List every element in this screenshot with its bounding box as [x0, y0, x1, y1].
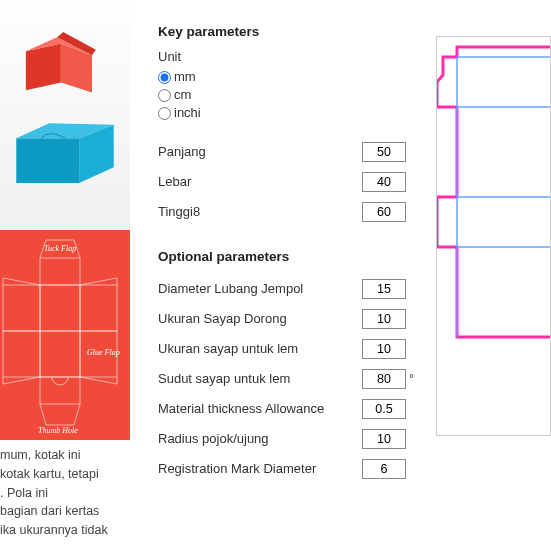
param-tinggi: Tinggi8	[158, 197, 418, 227]
panjang-label: Panjang	[158, 144, 362, 159]
param-mat-thick: Material thickness Allowance	[158, 394, 418, 424]
param-reg-mark: Registration Mark Diameter	[158, 454, 418, 484]
box-photo	[0, 0, 130, 230]
lebar-label: Lebar	[158, 174, 362, 189]
param-sayap-lem: Ukuran sayap untuk lem	[158, 334, 418, 364]
thumb-hole-label: Thumb Hole	[38, 426, 78, 435]
red-box-illustration	[18, 28, 96, 98]
unit-radio-mm-input[interactable]	[158, 71, 171, 84]
desc-line: kotak kartu, tetapi	[0, 465, 130, 484]
desc-line: ika ukurannya tidak	[0, 521, 130, 540]
desc-line: bagian dari kertas	[0, 502, 130, 521]
dieline-svg	[0, 230, 130, 440]
opt-params-title: Optional parameters	[158, 249, 418, 264]
sudut-lem-suffix: °	[406, 372, 418, 386]
mat-thick-input[interactable]	[362, 399, 406, 419]
dia-jempol-input[interactable]	[362, 279, 406, 299]
svg-rect-9	[3, 285, 40, 331]
param-radius-pojok: Radius pojok/ujung	[158, 424, 418, 454]
svg-rect-10	[80, 285, 117, 331]
sudut-lem-label: Sudut sayap untuk lem	[158, 371, 362, 386]
svg-marker-0	[26, 44, 61, 91]
svg-rect-14	[40, 377, 80, 404]
svg-rect-7	[40, 285, 80, 331]
desc-line: . Pola ini	[0, 484, 130, 503]
reg-mark-input[interactable]	[362, 459, 406, 479]
blue-box-illustration	[10, 110, 120, 190]
mat-thick-label: Material thickness Allowance	[158, 401, 362, 416]
unit-label: Unit	[158, 49, 418, 64]
dieline-preview-svg	[437, 37, 551, 436]
key-params-title: Key parameters	[158, 24, 418, 39]
unit-block: Unit mm cm inchi	[158, 49, 418, 123]
radius-pojok-input[interactable]	[362, 429, 406, 449]
sayap-lem-label: Ukuran sayap untuk lem	[158, 341, 362, 356]
tinggi-input[interactable]	[362, 202, 406, 222]
svg-rect-8	[40, 331, 80, 377]
glue-flap-label: Glue Flap	[87, 348, 120, 357]
tuck-flap-label: Tuck Flap	[44, 244, 76, 253]
desc-line: mum, kotak ini	[0, 446, 130, 465]
param-sayap-dorong: Ukuran Sayap Dorong	[158, 304, 418, 334]
svg-rect-13	[40, 258, 80, 285]
param-dia-jempol: Diameter Lubang Jempol	[158, 274, 418, 304]
param-lebar: Lebar	[158, 167, 418, 197]
lebar-input[interactable]	[362, 172, 406, 192]
unfolded-diagram: Tuck Flap Glue Flap Thumb Hole	[0, 230, 130, 440]
unit-radio-inchi-text: inchi	[174, 104, 201, 122]
sayap-dorong-label: Ukuran Sayap Dorong	[158, 311, 362, 326]
dia-jempol-label: Diameter Lubang Jempol	[158, 281, 362, 296]
unit-radio-mm-text: mm	[174, 68, 196, 86]
form-column: Key parameters Unit mm cm inchi Panjang …	[130, 0, 426, 549]
unit-radio-inchi[interactable]: inchi	[158, 104, 418, 122]
reg-mark-label: Registration Mark Diameter	[158, 461, 362, 476]
left-column: Tuck Flap Glue Flap Thumb Hole mum, kota…	[0, 0, 130, 549]
preview-column	[426, 0, 551, 549]
tinggi-label: Tinggi8	[158, 204, 362, 219]
sayap-dorong-input[interactable]	[362, 309, 406, 329]
description-text: mum, kotak ini kotak kartu, tetapi . Pol…	[0, 440, 130, 540]
dieline-preview	[436, 36, 551, 436]
unit-radio-cm-text: cm	[174, 86, 191, 104]
svg-rect-11	[3, 331, 40, 377]
sayap-lem-input[interactable]	[362, 339, 406, 359]
unit-radio-inchi-input[interactable]	[158, 107, 171, 120]
sudut-lem-input[interactable]	[362, 369, 406, 389]
param-panjang: Panjang	[158, 137, 418, 167]
unit-radio-mm[interactable]: mm	[158, 68, 418, 86]
radius-pojok-label: Radius pojok/ujung	[158, 431, 362, 446]
unit-radio-cm[interactable]: cm	[158, 86, 418, 104]
svg-marker-4	[16, 138, 79, 183]
panjang-input[interactable]	[362, 142, 406, 162]
param-sudut-lem: Sudut sayap untuk lem °	[158, 364, 418, 394]
unit-radio-cm-input[interactable]	[158, 89, 171, 102]
